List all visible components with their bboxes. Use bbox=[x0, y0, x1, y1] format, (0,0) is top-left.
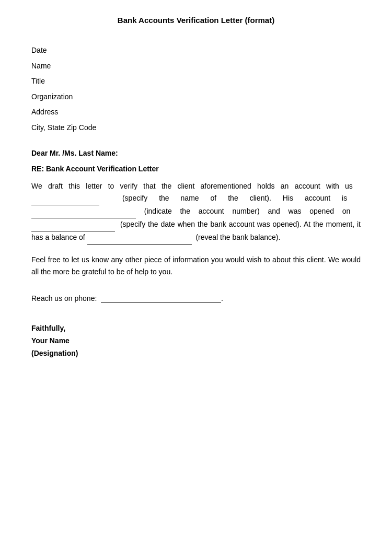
blank-balance bbox=[87, 231, 192, 245]
page-title: Bank Accounts Verification Letter (forma… bbox=[31, 16, 361, 25]
body-paragraph-1: We draft this letter to verify that the … bbox=[31, 180, 361, 245]
letter-page: Bank Accounts Verification Letter (forma… bbox=[0, 0, 392, 547]
body-text-1c: (indicate the account number) and was op… bbox=[144, 207, 351, 215]
re-line: RE: Bank Account Verification Letter bbox=[31, 165, 361, 173]
body-paragraph-2: Feel free to let us know any other piece… bbox=[31, 254, 361, 279]
closing-text: Faithfully, bbox=[31, 324, 361, 332]
body-text-1e: (reveal the bank balance). bbox=[195, 233, 280, 241]
city-label: City, State Zip Code bbox=[31, 123, 361, 133]
designation: (Designation) bbox=[31, 349, 361, 357]
phone-label: Reach us on phone: bbox=[31, 294, 97, 302]
name-label: Name bbox=[31, 61, 361, 72]
address-block: Date Name Title Organization Address Cit… bbox=[31, 45, 361, 133]
date-label: Date bbox=[31, 45, 361, 56]
body-text-1a: We draft this letter to verify that the … bbox=[31, 182, 353, 190]
salutation: Dear Mr. /Ms. Last Name: bbox=[31, 149, 361, 157]
title-label: Title bbox=[31, 76, 361, 87]
body-text-1b: (specify the name of the client). His ac… bbox=[122, 194, 347, 202]
address-label: Address bbox=[31, 107, 361, 118]
your-name: Your Name bbox=[31, 336, 361, 345]
blank-date-opened bbox=[31, 218, 115, 231]
closing-block: Faithfully, Your Name (Designation) bbox=[31, 324, 361, 357]
blank-phone bbox=[101, 294, 221, 303]
phone-line: Reach us on phone: . bbox=[31, 294, 361, 303]
blank-account-number bbox=[31, 205, 136, 218]
organization-label: Organization bbox=[31, 92, 361, 102]
blank-client-name bbox=[31, 192, 99, 205]
